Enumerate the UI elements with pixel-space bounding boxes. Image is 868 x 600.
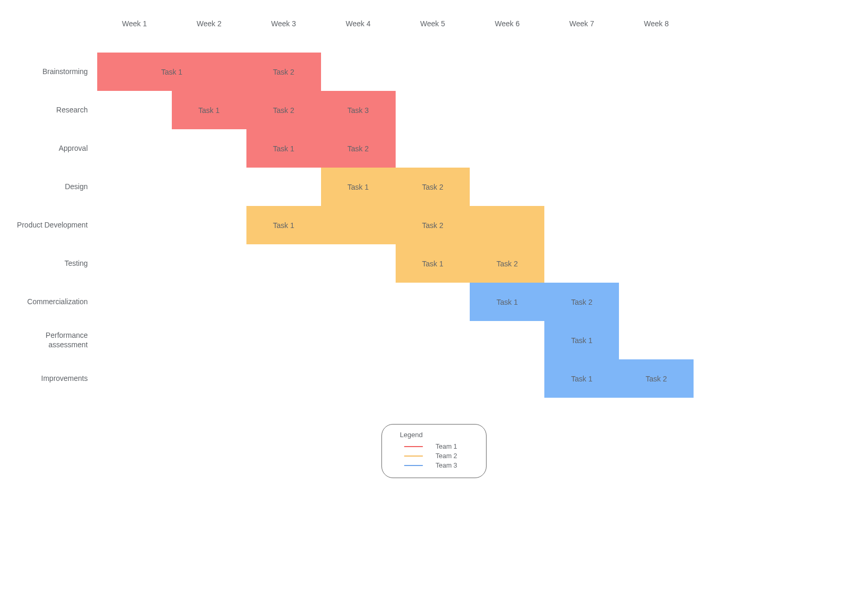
gantt-row: BrainstormingTask 1Task 2 [16,53,694,91]
gantt-row: DesignTask 1Task 2 [16,168,694,206]
gantt-bar: Task 1 [246,206,321,244]
gantt-row: Performance assessmentTask 1 [16,321,694,359]
legend-swatch-team1 [404,446,423,447]
legend-label: Team 1 [436,443,457,450]
row-label: Research [16,91,97,129]
legend-item: Team 1 [392,442,476,451]
gantt-rows: BrainstormingTask 1Task 2ResearchTask 1T… [16,53,694,398]
week-header: Week 3 [246,19,321,28]
gantt-bar: Task 2 [246,91,321,129]
row-label: Approval [16,129,97,168]
gantt-bar: Task 1 [321,168,396,206]
gantt-row: Product DevelopmentTask 1Task 2 [16,206,694,244]
legend-swatch-team3 [404,465,423,466]
week-header: Week 6 [470,19,544,28]
row-label: Performance assessment [16,321,97,359]
row-track: Task 1Task 2 [97,359,694,398]
row-track: Task 1Task 2 [97,168,694,206]
legend-item: Team 2 [392,451,476,461]
row-label: Brainstorming [16,53,97,91]
row-label: Design [16,168,97,206]
gantt-bar: Task 1 [544,359,619,398]
week-header: Week 4 [321,19,396,28]
row-track: Task 1Task 2 [97,53,694,91]
gantt-bar: Task 2 [246,53,321,91]
gantt-bar: Task 1 [246,129,321,168]
gantt-row: ResearchTask 1Task 2Task 3 [16,91,694,129]
gantt-bar: Task 3 [321,91,396,129]
row-track: Task 1Task 2Task 3 [97,91,694,129]
gantt-bar: Task 1 [470,283,544,321]
week-header: Week 2 [172,19,246,28]
legend-swatch-team2 [404,456,423,457]
legend-label: Team 3 [436,462,457,469]
row-label: Improvements [16,359,97,398]
week-header: Week 1 [97,19,172,28]
legend-title: Legend [392,431,476,439]
week-header: Week 5 [396,19,470,28]
legend: Legend Team 1 Team 2 Team 3 [381,424,487,478]
gantt-bar: Task 1 [544,321,619,359]
gantt-bar: Task 2 [321,129,396,168]
gantt-bar: Task 2 [470,244,544,283]
row-track: Task 1 [97,321,694,359]
gantt-bar: Task 1 [97,53,246,91]
row-label: Product Development [16,206,97,244]
gantt-row: ImprovementsTask 1Task 2 [16,359,694,398]
gantt-row: TestingTask 1Task 2 [16,244,694,283]
row-track: Task 1Task 2 [97,283,694,321]
legend-item: Team 3 [392,461,476,470]
gantt-row: CommercializationTask 1Task 2 [16,283,694,321]
row-track: Task 1Task 2 [97,206,694,244]
row-track: Task 1Task 2 [97,244,694,283]
row-track: Task 1Task 2 [97,129,694,168]
gantt-bar: Task 2 [321,206,545,244]
legend-label: Team 2 [436,452,457,460]
gantt-header: Week 1 Week 2 Week 3 Week 4 Week 5 Week … [16,11,694,37]
gantt-bar: Task 2 [396,168,470,206]
gantt-chart: Week 1 Week 2 Week 3 Week 4 Week 5 Week … [16,11,694,398]
gantt-bar: Task 1 [396,244,470,283]
row-label: Testing [16,244,97,283]
week-header: Week 7 [544,19,619,28]
gantt-bar: Task 1 [172,91,246,129]
gantt-bar: Task 2 [544,283,619,321]
gantt-row: ApprovalTask 1Task 2 [16,129,694,168]
week-header: Week 8 [619,19,694,28]
row-label: Commercialization [16,283,97,321]
gantt-bar: Task 2 [619,359,694,398]
weeks-header: Week 1 Week 2 Week 3 Week 4 Week 5 Week … [97,19,694,28]
